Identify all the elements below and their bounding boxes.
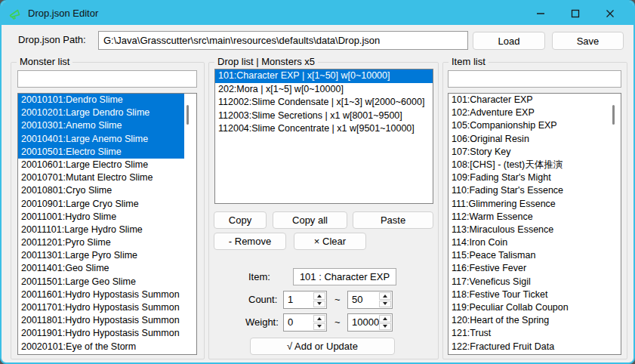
list-item[interactable]: 20011201:Pyro Slime: [18, 236, 184, 249]
weight-min-spinner[interactable]: 0: [283, 313, 327, 332]
window-title: Drop.json Editor: [28, 8, 98, 19]
spin-down-icon[interactable]: [313, 323, 325, 331]
spin-up-icon[interactable]: [379, 315, 391, 322]
item-listbox[interactable]: 101:Character EXP102:Adventure EXP105:Co…: [448, 93, 621, 355]
list-item[interactable]: 105:Companionship EXP: [449, 119, 609, 132]
spin-up-icon[interactable]: [379, 292, 391, 300]
list-item[interactable]: 20010301:Anemo Slime: [18, 119, 184, 132]
list-item[interactable]: 121:Trust: [449, 327, 609, 340]
list-item[interactable]: 202:Mora | x[1~5] w[0~10000]: [215, 83, 433, 97]
close-button[interactable]: [593, 2, 627, 25]
item-filter-input[interactable]: [448, 70, 621, 88]
item-list-scrollbar[interactable]: [612, 105, 615, 125]
list-item[interactable]: 101:Character EXP | x[1~50] w[0~10000]: [215, 69, 433, 83]
save-button[interactable]: Save: [552, 32, 624, 50]
list-item[interactable]: 113:Miraculous Essence: [449, 224, 609, 236]
list-item[interactable]: 20011501:Large Geo Slime: [18, 276, 184, 288]
count-max-value[interactable]: 50: [348, 292, 379, 308]
list-item[interactable]: 112002:Slime Condensate | x[1~3] w[2000~…: [215, 96, 433, 110]
item-list-title: Item list: [449, 56, 489, 67]
path-label: Drop.json Path:: [18, 34, 86, 45]
paste-button[interactable]: Paste: [353, 211, 433, 229]
monster-filter-input[interactable]: [17, 70, 197, 88]
copy-button[interactable]: Copy: [214, 211, 267, 229]
list-item[interactable]: 20010501:Electro Slime: [18, 146, 184, 159]
item-field[interactable]: 101 : Character EXP: [293, 268, 396, 285]
list-item[interactable]: 108:[CHS] - (test)天体推演: [449, 159, 609, 171]
list-item[interactable]: 106:Original Resin: [449, 133, 609, 146]
count-label: Count:: [248, 294, 277, 305]
list-item[interactable]: 20011101:Large Hydro Slime: [18, 224, 184, 236]
list-item[interactable]: 20011401:Geo Slime: [18, 262, 184, 275]
list-item[interactable]: 20010201:Large Dendro Slime: [18, 106, 184, 119]
spin-down-icon[interactable]: [379, 323, 391, 331]
list-item[interactable]: 110:Fading Star's Essence: [449, 184, 609, 197]
list-item[interactable]: 112:Warm Essence: [449, 211, 609, 224]
list-item[interactable]: 122:Fractured Fruit Data: [449, 341, 609, 353]
list-item[interactable]: 20011301:Large Pyro Slime: [18, 249, 184, 262]
list-item[interactable]: 20010101:Dendro Slime: [18, 94, 184, 106]
monster-list-scrollbar[interactable]: [186, 105, 189, 125]
spin-down-icon[interactable]: [313, 301, 325, 308]
spin-down-icon[interactable]: [379, 301, 391, 308]
list-item[interactable]: 112004:Slime Concentrate | x1 w[9501~100…: [215, 122, 433, 136]
count-min-spinner[interactable]: 1: [283, 291, 327, 309]
weight-label: Weight:: [245, 316, 279, 328]
list-item[interactable]: 20020101:Eye of the Storm: [18, 341, 184, 353]
list-item[interactable]: 20011901:Hydro Hypostasis Summon: [18, 327, 184, 340]
weight-max-value[interactable]: 10000: [348, 314, 379, 331]
monster-listbox[interactable]: 20010101:Dendro Slime20010201:Large Dend…: [17, 93, 197, 355]
clear-button[interactable]: × Clear: [294, 233, 366, 250]
list-item[interactable]: 20010601:Large Electro Slime: [18, 159, 184, 171]
list-item[interactable]: 107:Story Key: [449, 146, 609, 159]
count-tilde: ~: [334, 294, 341, 305]
list-item[interactable]: 117:Veneficus Sigil: [449, 276, 609, 288]
weight-min-value[interactable]: 0: [284, 314, 313, 331]
path-input[interactable]: [98, 31, 468, 50]
monster-list-title: Monster list: [17, 56, 72, 67]
list-item[interactable]: 20010901:Large Cryo Slime: [18, 198, 184, 211]
list-item[interactable]: 20010401:Large Anemo Slime: [18, 133, 184, 146]
load-button[interactable]: Load: [473, 32, 545, 50]
list-item[interactable]: 119:Peculiar Collab Coupon: [449, 301, 609, 314]
spin-up-icon[interactable]: [313, 315, 325, 322]
list-item[interactable]: 101:Character EXP: [449, 94, 609, 106]
title-bar: Drop.json Editor: [2, 2, 633, 25]
copy-all-button[interactable]: Copy all: [273, 211, 347, 229]
list-item[interactable]: 20010801:Cryo Slime: [18, 184, 184, 197]
list-item[interactable]: 20011001:Hydro Slime: [18, 211, 184, 224]
list-item[interactable]: 20011601:Hydro Hypostasis Summon: [18, 288, 184, 301]
list-item[interactable]: 114:Iron Coin: [449, 236, 609, 249]
spin-up-icon[interactable]: [313, 292, 325, 300]
list-item[interactable]: 120:Heart of the Spring: [449, 314, 609, 327]
app-icon: [8, 7, 22, 20]
drop-listbox[interactable]: 101:Character EXP | x[1~50] w[0~10000]20…: [214, 69, 433, 204]
item-list-panel: Item list 101:Character EXP102:Adventure…: [442, 62, 627, 359]
minimize-button[interactable]: [523, 2, 558, 25]
weight-max-spinner[interactable]: 10000: [347, 313, 393, 332]
list-item[interactable]: 102:Adventure EXP: [449, 106, 609, 119]
remove-button[interactable]: - Remove: [214, 233, 286, 250]
maximize-button[interactable]: [558, 2, 593, 25]
list-item[interactable]: 118:Festive Tour Ticket: [449, 288, 609, 301]
list-item[interactable]: 20011701:Hydro Hypostasis Summon: [18, 301, 184, 314]
list-item[interactable]: 112003:Slime Secretions | x1 w[8001~9500…: [215, 110, 433, 123]
add-or-update-button[interactable]: √ Add or Update: [250, 338, 395, 355]
monster-list-panel: Monster list 20010101:Dendro Slime200102…: [11, 62, 205, 359]
drop-list-title: Drop list | Monsters x5: [214, 56, 318, 67]
count-max-spinner[interactable]: 50: [347, 291, 393, 309]
drop-list-panel: Drop list | Monsters x5 101:Character EX…: [208, 62, 439, 359]
count-min-value[interactable]: 1: [284, 292, 313, 308]
list-item[interactable]: 111:Glimmering Essence: [449, 198, 609, 211]
item-label: Item:: [248, 271, 270, 282]
list-item[interactable]: 109:Fading Star's Might: [449, 171, 609, 184]
weight-tilde: ~: [334, 316, 341, 328]
path-row: Drop.json Path: Load Save: [2, 25, 633, 55]
list-item[interactable]: 116:Festive Fever: [449, 262, 609, 275]
list-item[interactable]: 115:Peace Talisman: [449, 249, 609, 262]
list-item[interactable]: 20010701:Mutant Electro Slime: [18, 171, 184, 184]
app-window: Drop.json Editor Drop.json Path: Load Sa…: [0, 0, 635, 364]
list-item[interactable]: 20011801:Hydro Hypostasis Summon: [18, 314, 184, 327]
